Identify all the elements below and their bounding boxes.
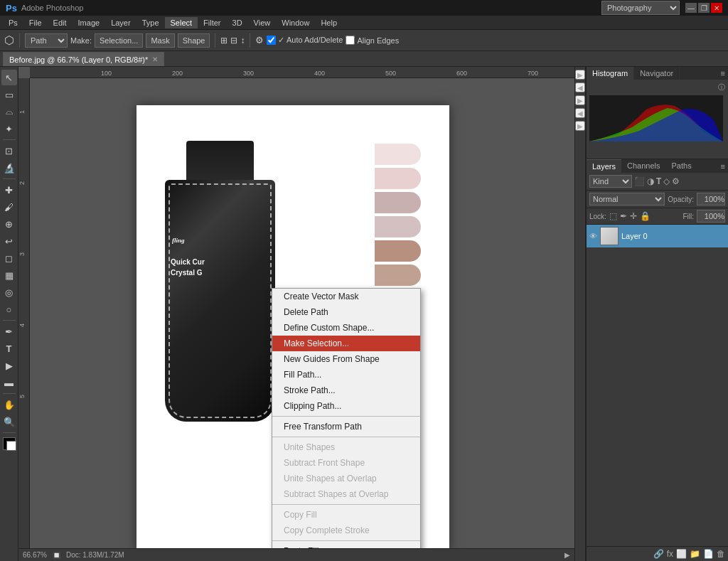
mask-button[interactable]: Mask	[146, 33, 174, 48]
lasso-tool[interactable]: ⌓	[1, 104, 17, 119]
delete-layer-icon[interactable]: 🗑	[717, 549, 725, 559]
ctx-fill-path[interactable]: Fill Path...	[272, 367, 420, 383]
menu-layer[interactable]: Layer	[105, 17, 136, 28]
blend-mode-select[interactable]: Normal	[589, 193, 665, 205]
shape-tool[interactable]: ▬	[1, 375, 17, 390]
tab-close-button[interactable]: ✕	[152, 55, 158, 63]
menu-filter[interactable]: Filter	[198, 17, 226, 28]
close-button[interactable]: ✕	[711, 3, 722, 13]
gradient-tool[interactable]: ▦	[1, 267, 17, 283]
move-tool[interactable]: ↖	[1, 70, 17, 85]
menu-image[interactable]: Image	[73, 17, 106, 28]
path-type-select[interactable]: Path	[25, 33, 68, 48]
path-arrange-icon[interactable]: ↕	[240, 36, 245, 46]
kind-shape-icon[interactable]: ◇	[663, 176, 670, 186]
options-toolbar: ⬡ Path Make: Selection... Mask Shape ⊞ ⊟…	[0, 30, 728, 51]
workspace-selector[interactable]: Photography	[601, 1, 680, 15]
lock-paint-icon[interactable]: ✒	[620, 211, 627, 221]
ctx-delete-path[interactable]: Delete Path	[272, 304, 420, 320]
menu-help[interactable]: Help	[315, 17, 343, 28]
new-layer-icon[interactable]: 📄	[703, 549, 714, 559]
tab-layers[interactable]: Layers	[587, 159, 621, 173]
menu-select[interactable]: Select	[165, 17, 198, 28]
type-tool[interactable]: T	[1, 341, 17, 356]
ctx-define-custom-shape[interactable]: Define Custom Shape...	[272, 320, 420, 336]
path-operations-icon[interactable]: ⊞	[220, 36, 228, 46]
minimize-button[interactable]: —	[685, 3, 697, 13]
panel-toggle-2[interactable]: ◀	[575, 82, 585, 92]
new-group-icon[interactable]: 📁	[690, 549, 700, 559]
menu-edit[interactable]: Edit	[48, 17, 73, 28]
add-mask-icon[interactable]: ⬜	[676, 549, 687, 559]
auto-add-delete-checkbox[interactable]: ✓ Auto Add/Delete	[267, 36, 343, 45]
zoom-tool[interactable]: 🔍	[1, 414, 17, 429]
menu-ps[interactable]: Ps	[3, 17, 23, 28]
hand-tool[interactable]: ✋	[1, 397, 17, 412]
scroll-right[interactable]: ▶	[564, 551, 570, 559]
add-style-icon[interactable]: fx	[667, 549, 673, 559]
ctx-free-transform-path[interactable]: Free Transform Path	[272, 419, 420, 434]
ctx-clipping-path[interactable]: Clipping Path...	[272, 398, 420, 414]
auto-add-delete-input[interactable]	[267, 36, 276, 45]
layer-0-item[interactable]: 👁 Layer 0	[587, 225, 728, 247]
clone-tool[interactable]: ⊕	[1, 216, 17, 232]
lock-all-icon[interactable]: 🔒	[640, 211, 651, 221]
ctx-create-vector-mask[interactable]: Create Vector Mask	[272, 289, 420, 304]
histogram-panel: Histogram Navigator ≡ ⓘ	[587, 67, 728, 159]
ctx-new-guides-from-shape[interactable]: New Guides From Shape	[272, 351, 420, 367]
menu-window[interactable]: Window	[276, 17, 315, 28]
panel-toggle-3[interactable]: ▶	[575, 95, 585, 105]
dodge-tool[interactable]: ○	[1, 301, 17, 317]
kind-adjust-icon[interactable]: ◑	[647, 176, 654, 186]
path-select-tool[interactable]: ▶	[1, 358, 17, 373]
panel-toggle-4[interactable]: ◀	[575, 108, 585, 118]
background-color[interactable]	[6, 441, 16, 451]
kind-type-icon[interactable]: T	[656, 176, 661, 186]
path-alignment-icon[interactable]: ⊟	[230, 36, 237, 46]
crop-tool[interactable]: ⊡	[1, 143, 17, 159]
menu-view[interactable]: View	[248, 17, 277, 28]
menu-type[interactable]: Type	[136, 17, 165, 28]
maximize-button[interactable]: ❐	[698, 3, 710, 13]
lock-position-icon[interactable]: ✛	[630, 211, 637, 221]
tab-channels[interactable]: Channels	[621, 159, 665, 173]
fill-input[interactable]	[697, 210, 725, 223]
eraser-tool[interactable]: ◻	[1, 250, 17, 266]
opacity-input[interactable]	[697, 193, 725, 205]
link-layers-icon[interactable]: 🔗	[653, 549, 664, 559]
kind-smart-icon[interactable]: ⚙	[672, 176, 680, 186]
ctx-make-selection[interactable]: Make Selection...	[272, 336, 420, 351]
histogram-menu[interactable]: ≡	[718, 67, 728, 80]
magic-wand-tool[interactable]: ✦	[1, 121, 17, 137]
histogram-info-icon[interactable]: ⓘ	[718, 82, 725, 92]
eyedropper-tool[interactable]: 🔬	[1, 160, 17, 176]
align-edges-checkbox[interactable]: Align Edges	[346, 36, 399, 45]
ctx-stroke-path[interactable]: Stroke Path...	[272, 383, 420, 398]
menu-file[interactable]: File	[23, 17, 48, 28]
history-tool[interactable]: ↩	[1, 233, 17, 249]
menu-3d[interactable]: 3D	[227, 17, 248, 28]
selection-button[interactable]: Selection...	[95, 33, 143, 48]
healing-tool[interactable]: ✚	[1, 182, 17, 198]
foreground-color[interactable]	[3, 437, 16, 450]
canvas-viewport[interactable]: fling Quick Cur Crystal G	[30, 78, 574, 548]
document-tab[interactable]: Before.jpg @ 66.7% (Layer 0, RGB/8#)* ✕	[3, 52, 164, 66]
lock-transparent-icon[interactable]: ⬚	[609, 211, 617, 221]
layer-kind-select[interactable]: Kind	[589, 175, 632, 188]
layers-menu-icon[interactable]: ≡	[718, 160, 728, 173]
panel-toggle-5[interactable]: ▶	[575, 121, 585, 131]
tab-paths[interactable]: Paths	[666, 159, 697, 173]
blur-tool[interactable]: ◎	[1, 284, 17, 300]
ctx-paste-fill[interactable]: Paste Fill	[272, 543, 420, 548]
kind-pixel-icon[interactable]: ⬛	[634, 176, 645, 186]
brush-tool[interactable]: 🖌	[1, 199, 17, 215]
align-edges-input[interactable]	[346, 36, 355, 45]
pen-tool[interactable]: ✒	[1, 324, 17, 339]
shape-button[interactable]: Shape	[178, 33, 210, 48]
gear-icon[interactable]: ⚙	[255, 35, 264, 46]
panel-toggle-1[interactable]: ▶	[575, 70, 585, 80]
tab-histogram[interactable]: Histogram	[587, 67, 634, 80]
layer-visibility-icon[interactable]: 👁	[589, 232, 597, 240]
tab-navigator[interactable]: Navigator	[634, 67, 680, 80]
marquee-tool[interactable]: ▭	[1, 87, 17, 102]
